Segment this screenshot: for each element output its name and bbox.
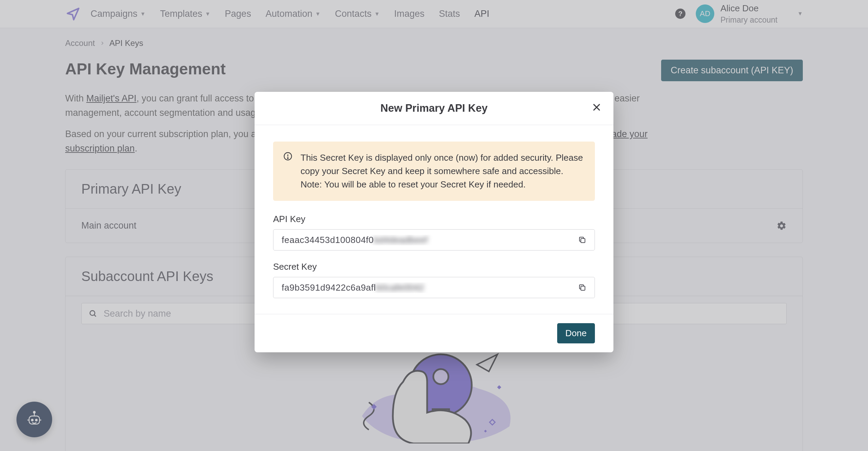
api-key-label: API Key (273, 214, 595, 224)
api-key-field: feaac34453d100804f0bd4deadbeef (273, 229, 595, 251)
close-icon[interactable] (590, 101, 603, 114)
svg-rect-22 (581, 239, 585, 243)
svg-point-21 (288, 158, 289, 159)
modal-title: New Primary API Key (268, 102, 600, 114)
alert-text: This Secret Key is displayed only once (… (301, 151, 585, 191)
new-api-key-modal: New Primary API Key This Secret Key is d… (255, 92, 613, 352)
security-alert: This Secret Key is displayed only once (… (273, 142, 595, 201)
done-button[interactable]: Done (557, 323, 595, 343)
svg-rect-23 (581, 286, 585, 290)
modal-overlay: New Primary API Key This Secret Key is d… (0, 0, 868, 451)
secret-key-field: fa9b3591d9422c6a9aflb0cafe0042 (273, 277, 595, 298)
secret-key-label: Secret Key (273, 261, 595, 272)
alert-icon (283, 152, 292, 191)
modal-footer: Done (255, 314, 613, 352)
copy-secret-key-button[interactable] (576, 281, 588, 294)
api-key-value: feaac34453d100804f0bd4deadbeef (282, 235, 576, 245)
modal-body: This Secret Key is displayed only once (… (255, 125, 613, 314)
secret-key-value: fa9b3591d9422c6a9aflb0cafe0042 (282, 282, 576, 293)
modal-header: New Primary API Key (255, 92, 613, 125)
copy-api-key-button[interactable] (576, 234, 588, 246)
